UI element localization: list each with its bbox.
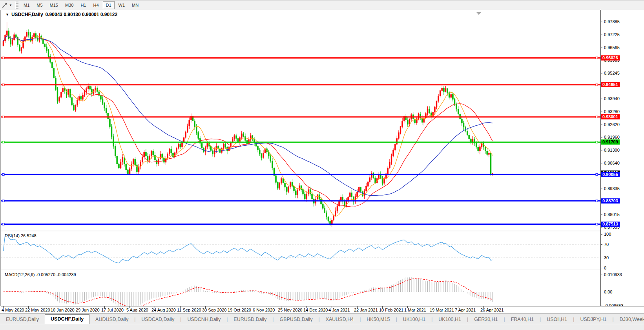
chart-tab-gbpusd-daily[interactable]: GBPUSD,Daily [274, 315, 318, 324]
rsi-tick-30-dash [601, 258, 602, 258]
chart-tab-xauusd-h4[interactable]: XAUUSD,H4 [320, 315, 360, 324]
price-tick-0.95245-dash [601, 73, 602, 73]
price-tick-0.96565-dash [601, 48, 602, 48]
chart-tab-usoil-h1[interactable]: USOil,H1 [541, 315, 573, 324]
chart-tab-uk100-h1[interactable]: UK100,H1 [397, 315, 432, 324]
date-label: 7 Apr 2021 [455, 308, 476, 312]
hline-0.93001[interactable] [1, 116, 600, 118]
moving-average-21 [4, 36, 493, 207]
candles [3, 22, 493, 227]
date-label: 4 May 2020 [2, 308, 24, 312]
date-label: 6 Nov 2020 [253, 308, 275, 312]
price-tick-0.90640-dash [601, 163, 602, 163]
level-price-box-0.94651: 0.94651 [601, 82, 620, 87]
rsi-indicator-label: RSI(14) 26.5248 [5, 233, 36, 238]
timeframe-button-h1[interactable]: H1 [77, 1, 89, 9]
level-price-box-0.91709: 0.91709 [601, 139, 620, 145]
chart-tab-fra40-h1[interactable]: FRA40,H1 [505, 315, 540, 324]
chart-tab-usdcnh-daily[interactable]: USDCNH,Daily [181, 315, 226, 324]
date-label: 29 Jun 2020 [76, 308, 100, 312]
date-label: 22 Jan 2021 [354, 308, 378, 312]
date-label: 24 Aug 2020 [151, 308, 176, 312]
rsi-tick-30: 30 [604, 255, 609, 260]
toolbar-grip[interactable] [15, 2, 18, 9]
price-tick-0.90640: 0.90640 [604, 161, 620, 166]
timeframe-button-mn[interactable]: MN [129, 1, 142, 9]
chart-tab-usdjpy-h1[interactable]: USDJPY,H1 [574, 315, 612, 324]
date-label: 19 Mar 2021 [430, 308, 454, 312]
chart-tab-uk100-h1[interactable]: UK100,H1 [432, 315, 467, 324]
date-label: 26 Apr 2021 [480, 308, 504, 312]
timeframe-button-m15[interactable]: M15 [47, 1, 61, 9]
hline-0.90055[interactable] [1, 174, 600, 176]
price-tick-0.91300-dash [601, 150, 602, 150]
macd-tick-1-dash [601, 292, 602, 292]
chart-tab-dj30-weekly[interactable]: DJ30,Weekly [614, 315, 644, 324]
timeframe-button-d1[interactable]: D1 [103, 1, 115, 9]
timeframe-button-m30[interactable]: M30 [62, 1, 77, 9]
date-label: 14 Dec 2020 [303, 308, 328, 312]
price-tick-0.93940-dash [601, 99, 602, 99]
level-price-box-0.90055: 0.90055 [601, 172, 620, 177]
macd-tick-1: 0.00 [604, 290, 612, 295]
price-axis[interactable]: 0.978850.972250.965650.959050.952450.939… [600, 10, 644, 306]
hline-0.96026[interactable] [1, 57, 600, 59]
hline-0.88703[interactable] [1, 200, 600, 202]
date-label: 17 Jul 2020 [101, 308, 124, 312]
date-label: 19 Oct 2020 [228, 308, 251, 312]
macd-signal-line [4, 279, 493, 306]
price-tick-0.92620: 0.92620 [604, 122, 620, 127]
price-tick-0.88015-dash [601, 214, 602, 215]
date-label: 1 Mar 2021 [404, 308, 426, 312]
level-price-box-0.87513: 0.87513 [601, 222, 620, 227]
hline-0.91709[interactable] [1, 141, 600, 143]
price-tick-0.97225-dash [601, 35, 602, 35]
chart-title: ▼ USDCHF,Daily 0.90043 0.90130 0.90001 0… [5, 12, 117, 17]
rsi-line [4, 234, 493, 263]
price-tick-0.97225: 0.97225 [604, 32, 620, 37]
hline-0.94651[interactable] [1, 84, 600, 86]
rsi-tick-0-dash [601, 268, 602, 268]
macd-histogram [4, 277, 493, 306]
crosshair-cursor-icon[interactable] [0, 2, 8, 9]
date-label: 22 May 2020 [25, 308, 50, 312]
main-chart-canvas[interactable] [1, 10, 600, 230]
chart-tab-audusd-daily[interactable]: AUDUSD,Daily [89, 315, 134, 324]
rsi-tick-0: 0 [604, 266, 606, 271]
cursor-dropdown-caret-icon[interactable]: ▼ [8, 4, 13, 7]
macd-panel-canvas[interactable] [1, 270, 600, 306]
price-tick-0.92620-dash [601, 125, 602, 125]
timeframe-button-m5[interactable]: M5 [33, 1, 46, 9]
timeframe-button-m1[interactable]: M1 [20, 1, 33, 9]
macd-indicator-label: MACD(12,26,9) -0.005270 -0.004239 [5, 272, 76, 277]
chart-tab-usdchf-daily[interactable]: USDCHF,Daily [45, 314, 89, 324]
date-label: 25 Nov 2020 [278, 308, 302, 312]
level-price-box-0.96026: 0.96026 [601, 55, 620, 60]
status-strip [0, 324, 644, 330]
chart-shift-marker-icon[interactable] [476, 12, 481, 15]
date-label: 30 Sep 2020 [202, 308, 226, 312]
time-axis[interactable]: 4 May 202022 May 202010 Jun 202029 Jun 2… [1, 306, 644, 314]
price-tick-0.93940: 0.93940 [604, 96, 620, 101]
price-tick-0.89335: 0.89335 [604, 186, 620, 191]
hline-0.87513[interactable] [1, 223, 600, 225]
price-tick-0.97885: 0.97885 [604, 19, 620, 24]
rsi-tick-100: 100 [604, 232, 611, 237]
timeframe-toolbar: ▼ M1M5M15M30H1H4D1W1MN [0, 0, 644, 10]
price-tick-0.91960-dash [601, 137, 602, 138]
rsi-panel-canvas[interactable] [1, 231, 600, 269]
chart-tab-ger30-h1[interactable]: GER30,H1 [468, 315, 504, 324]
timeframe-button-h4[interactable]: H4 [90, 1, 102, 9]
timeframe-button-w1[interactable]: W1 [115, 1, 128, 9]
one-click-caret-icon[interactable]: ▼ [5, 13, 9, 16]
date-label: 10 Feb 2021 [379, 308, 403, 312]
date-label: 10 Jun 2020 [51, 308, 75, 312]
price-tick-0.89335-dash [601, 189, 602, 189]
chart-tab-eurusd-daily[interactable]: EURUSD,Daily [228, 315, 272, 324]
macd-tick-0-dash [601, 275, 602, 275]
chart-tab-eurusd-daily[interactable]: EURUSD,Daily [0, 315, 45, 324]
chart-tab-hk50-m15[interactable]: HK50,M15 [361, 315, 396, 324]
rsi-tick-100-dash [601, 234, 602, 235]
chart-symbol-label: USDCHF,Daily [11, 12, 43, 17]
chart-tab-usdcad-daily[interactable]: USDCAD,Daily [135, 315, 180, 324]
